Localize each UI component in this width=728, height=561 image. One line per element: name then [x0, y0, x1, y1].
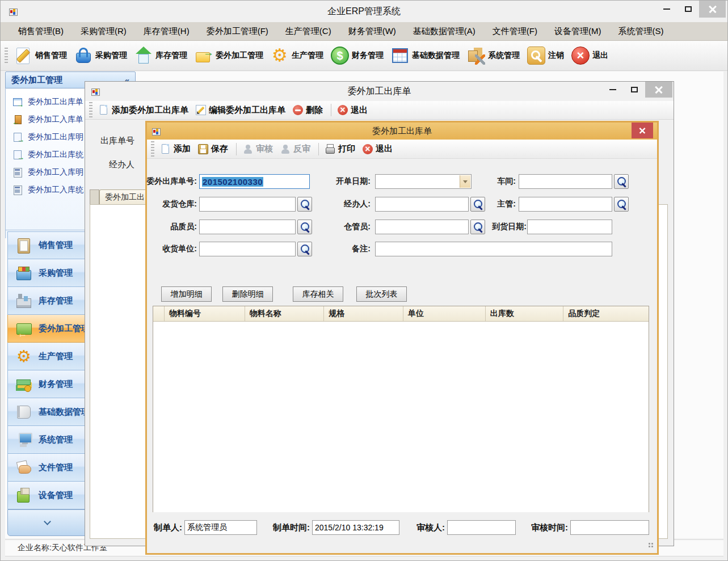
- accordion-sales[interactable]: 销售管理: [7, 231, 87, 259]
- ship-warehouse-input[interactable]: [199, 197, 296, 212]
- dialog-exit-button[interactable]: 退出: [360, 144, 395, 154]
- make-time-input[interactable]: 2015/2/10 13:32:19: [312, 520, 399, 535]
- quality-input[interactable]: [199, 220, 296, 234]
- delete-detail-button[interactable]: 删除明细: [222, 286, 273, 302]
- nav-item-label: 委外加工出库统: [28, 150, 83, 160]
- open-date-field-label: 开单日期:: [334, 174, 371, 189]
- workshop-search-icon[interactable]: [614, 174, 629, 189]
- maximize-icon: [631, 87, 638, 92]
- supervisor-input[interactable]: [519, 197, 612, 212]
- gear-icon: [271, 47, 289, 65]
- menu-item-equipment[interactable]: 设备管理(M): [546, 26, 610, 37]
- dialog-audit-button[interactable]: 审核: [240, 144, 276, 154]
- toolbar-purchase-button[interactable]: 采购管理: [71, 47, 130, 65]
- dialog-close-button[interactable]: [632, 123, 653, 138]
- col-material-code[interactable]: 物料编号: [165, 306, 245, 321]
- dialog-add-button[interactable]: 添加: [158, 144, 193, 154]
- toolbar-system-button[interactable]: 系统管理: [464, 47, 523, 65]
- handler-search-icon[interactable]: [470, 197, 485, 212]
- minimize-button[interactable]: [656, 1, 677, 18]
- accordion-outsourcing[interactable]: 委外加工管理: [7, 315, 87, 343]
- pencil-icon: [14, 47, 32, 65]
- accordion-equipment[interactable]: 设备管理: [7, 482, 87, 509]
- child-exit-button[interactable]: 退出: [335, 105, 371, 116]
- open-date-combobox[interactable]: [375, 174, 472, 189]
- dialog-save-button[interactable]: 保存: [195, 144, 231, 154]
- accordion-production[interactable]: 生产管理: [7, 343, 87, 370]
- menu-item-outsourcing[interactable]: 委外加工管理(F): [198, 26, 277, 37]
- supervisor-search-icon[interactable]: [614, 197, 629, 212]
- menu-item-inventory[interactable]: 库存管理(H): [135, 26, 198, 37]
- order-no-input[interactable]: 201502100330: [199, 174, 310, 189]
- row-selector-header: [153, 306, 165, 321]
- toolbar-basedata-button[interactable]: 基础数据管理: [388, 47, 462, 65]
- col-material-name[interactable]: 物料名称: [245, 306, 325, 321]
- menu-item-purchase[interactable]: 采购管理(R): [72, 26, 135, 37]
- menu-item-system[interactable]: 系统管理(S): [609, 26, 672, 37]
- menu-item-files[interactable]: 文件管理(F): [484, 26, 546, 37]
- basket-icon: [74, 47, 92, 65]
- calculator-icon: [13, 185, 23, 195]
- keeper-search-icon[interactable]: [470, 220, 485, 234]
- system-monitor-icon: [15, 431, 32, 448]
- toolbar-finance-button[interactable]: 财务管理: [328, 47, 386, 65]
- maximize-button[interactable]: [677, 1, 699, 18]
- batch-list-button[interactable]: 批次列表: [356, 286, 407, 302]
- toolbar-sales-button[interactable]: 销售管理: [11, 47, 70, 65]
- child-minimize-button[interactable]: [602, 82, 624, 98]
- menu-item-basedata[interactable]: 基础数据管理(A): [405, 26, 484, 37]
- accordion-files[interactable]: 文件管理: [7, 454, 87, 482]
- remark-input[interactable]: [375, 242, 612, 256]
- menu-item-production[interactable]: 生产管理(C): [277, 26, 340, 37]
- delete-button[interactable]: 删除: [290, 105, 326, 116]
- tab-corner-button[interactable]: [90, 189, 99, 205]
- dialog-print-button[interactable]: 打印: [322, 144, 358, 154]
- toolbar-inventory-button[interactable]: 库存管理: [132, 47, 190, 65]
- detail-table-body[interactable]: [153, 322, 649, 512]
- audit-time-input[interactable]: [570, 520, 649, 535]
- purchase-box-icon: [15, 264, 32, 281]
- accordion-system[interactable]: 系统管理: [7, 426, 87, 454]
- col-spec[interactable]: 规格: [324, 306, 403, 321]
- accordion-purchase[interactable]: 采购管理: [7, 259, 87, 287]
- quality-search-icon[interactable]: [297, 220, 312, 234]
- col-unit[interactable]: 单位: [403, 306, 486, 321]
- dialog-unaudit-button[interactable]: 反审: [277, 144, 313, 154]
- supervisor-field-label: 主管:: [485, 197, 516, 212]
- receiver-search-icon[interactable]: [297, 242, 312, 256]
- stock-related-button[interactable]: 库存相关: [293, 286, 343, 302]
- combo-dropdown-icon[interactable]: [460, 175, 470, 188]
- keeper-input[interactable]: [375, 220, 469, 234]
- arrival-date-input[interactable]: [527, 220, 612, 234]
- toolbar-logout-button[interactable]: 注销: [524, 47, 567, 65]
- handler-input[interactable]: [375, 197, 469, 212]
- ship-warehouse-search-icon[interactable]: [297, 197, 312, 212]
- close-button[interactable]: [699, 1, 726, 18]
- maker-input[interactable]: 系统管理员: [184, 520, 257, 535]
- child-close-button[interactable]: [645, 82, 672, 98]
- accordion-finance[interactable]: 财务管理: [7, 370, 87, 398]
- accordion-inventory[interactable]: 库存管理: [7, 287, 87, 315]
- col-quality-judge[interactable]: 品质判定: [563, 306, 649, 321]
- toolbar-production-label: 生产管理: [292, 50, 323, 61]
- add-detail-button[interactable]: 增加明细: [161, 286, 212, 302]
- col-out-qty[interactable]: 出库数: [486, 306, 564, 321]
- receiver-input[interactable]: [199, 242, 296, 256]
- dialog-unaudit-label: 反审: [293, 144, 310, 154]
- menu-item-sales[interactable]: 销售管理(B): [10, 26, 72, 37]
- workshop-input[interactable]: [519, 174, 612, 189]
- toolbar-production-button[interactable]: 生产管理: [268, 47, 326, 65]
- close-icon: [709, 5, 717, 13]
- child-maximize-button[interactable]: [624, 82, 645, 98]
- accordion-basedata[interactable]: 基础数据管理: [7, 398, 87, 426]
- sidebar-footer-bar[interactable]: [7, 509, 87, 536]
- toolbar-outsourcing-button[interactable]: 委外加工管理: [192, 47, 266, 65]
- auditor-input[interactable]: [447, 520, 516, 535]
- toolbar-exit-button[interactable]: 退出: [569, 47, 611, 65]
- add-out-order-button[interactable]: 添加委外加工出库单: [96, 105, 191, 116]
- edit-out-order-button[interactable]: 编辑委外加工出库单: [193, 105, 288, 116]
- resize-grip[interactable]: [648, 542, 654, 549]
- dialog-add-label: 添加: [174, 144, 191, 154]
- calculator-icon: [13, 167, 23, 177]
- menu-item-finance[interactable]: 财务管理(W): [340, 26, 405, 37]
